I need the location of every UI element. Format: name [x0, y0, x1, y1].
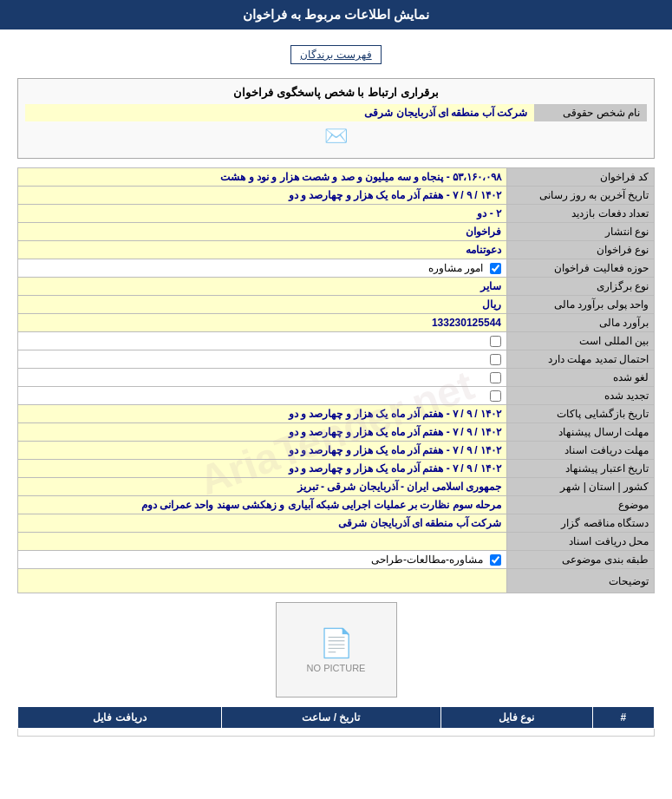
contact-title: برقراری ارتباط با شخص پاسخگوی فراخوان	[25, 86, 647, 99]
table-row: تعداد دفعات بازدید ۲ - دو	[18, 205, 655, 223]
field-label: تجدید شده	[507, 387, 655, 405]
field-label: تاریخ اعتبار پیشنهاد	[507, 460, 655, 478]
field-label: طبقه بندی موضوعی	[507, 551, 655, 569]
field-label: احتمال تمدید مهلت دارد	[507, 350, 655, 369]
table-row: مهلت دریافت اسناد ۱۴۰۲ / ۹ / ۷ - هفتم آذ…	[18, 442, 655, 460]
table-row: بین المللی است	[18, 332, 655, 350]
table-row: کشور | استان | شهر جمهوری اسلامی ایران -…	[18, 478, 655, 496]
field-value: ۲ - دو	[18, 205, 507, 223]
field-value: امور مشاوره	[18, 259, 507, 278]
checkbox-tamdid[interactable]	[490, 354, 501, 365]
field-label: توضیحات	[507, 569, 655, 593]
field-value: ۱۴۰۲ / ۹ / ۷ - هفتم آذر ماه یک هزار و چه…	[18, 187, 507, 205]
table-row-tozihaat: توضیحات	[18, 569, 655, 593]
breadcrumb-row: فهرست برندگان	[17, 38, 655, 71]
bottom-table-body	[18, 729, 655, 737]
checkbox-tajdid[interactable]	[490, 390, 501, 402]
field-value-tozihaat	[18, 569, 507, 593]
bottom-table: # نوع فایل تاریخ / ساعت دریافت فایل	[17, 706, 655, 737]
field-value: شرکت آب منطقه ای آذربایجان شرقی	[18, 514, 507, 533]
table-row: نوع انتشار فراخوان	[18, 223, 655, 241]
content-area: فهرست برندگان برقراری ارتباط با شخص پاسخ…	[0, 29, 672, 745]
field-label: تاریخ بازگشایی پاکات	[507, 405, 655, 423]
table-row: لغو شده	[18, 369, 655, 387]
empty-cell	[18, 729, 655, 737]
field-value: ۱۴۰۲ / ۹ / ۷ - هفتم آذر ماه یک هزار و چه…	[18, 423, 507, 442]
checkbox-label-tabaqe: مشاوره-مطالعات-طراحی	[371, 553, 483, 566]
breadcrumb-link[interactable]: فهرست برندگان	[290, 45, 381, 64]
col-hash: #	[592, 707, 654, 729]
col-filetype: نوع فایل	[440, 707, 592, 729]
field-label: کشور | استان | شهر	[507, 478, 655, 496]
field-label: نوع برگزاری	[507, 278, 655, 296]
contact-section: برقراری ارتباط با شخص پاسخگوی فراخوان نا…	[17, 78, 655, 159]
table-row: موضوع مرحله سوم نظارت بر عملیات اجرایی ش…	[18, 496, 655, 514]
table-row: احتمال تمدید مهلت دارد	[18, 350, 655, 369]
table-row: مهلت ارسال پیشنهاد ۱۴۰۲ / ۹ / ۷ - هفتم آ…	[18, 423, 655, 442]
table-row: نوع فراخوان دعوتنامه	[18, 241, 655, 259]
email-icon-row: ✉️	[25, 125, 647, 147]
field-value: جمهوری اسلامی ایران - آذربایجان شرقی - ت…	[18, 478, 507, 496]
field-value: مشاوره-مطالعات-طراحی	[18, 551, 507, 569]
email-icon[interactable]: ✉️	[324, 125, 348, 147]
table-row: محل دریافت اسناد	[18, 533, 655, 551]
checkbox-international[interactable]	[490, 336, 501, 347]
field-value: ۱۴۰۲ / ۹ / ۷ - هفتم آذر ماه یک هزار و چه…	[18, 460, 507, 478]
table-row: تاریخ آخرین به روز رسانی ۱۴۰۲ / ۹ / ۷ - …	[18, 187, 655, 205]
page-title: نمایش اطلاعات مربوط به فراخوان	[0, 0, 672, 29]
table-row: نوع برگزاری سایر	[18, 278, 655, 296]
field-label: نوع فراخوان	[507, 241, 655, 259]
field-value	[18, 387, 507, 405]
table-row: تاریخ اعتبار پیشنهاد ۱۴۰۲ / ۹ / ۷ - هفتم…	[18, 460, 655, 478]
field-label: حوزه فعالیت فراخوان	[507, 259, 655, 278]
table-row: تجدید شده	[18, 387, 655, 405]
field-label: تعداد دفعات بازدید	[507, 205, 655, 223]
checkbox-hoze[interactable]	[490, 263, 501, 274]
table-row: طبقه بندی موضوعی مشاوره-مطالعات-طراحی	[18, 551, 655, 569]
field-value: مرحله سوم نظارت بر عملیات اجرایی شبکه آب…	[18, 496, 507, 514]
field-label: دستگاه مناقصه گزار	[507, 514, 655, 533]
field-value: ۱۴۰۲ / ۹ / ۷ - هفتم آذر ماه یک هزار و چه…	[18, 442, 507, 460]
field-label: واحد پولی برآورد مالی	[507, 296, 655, 314]
field-label: برآورد مالی	[507, 314, 655, 332]
field-value	[18, 350, 507, 369]
field-label: محل دریافت اسناد	[507, 533, 655, 551]
no-picture-area: 📄 NO PICTURE	[17, 602, 655, 697]
field-value: فراخوان	[18, 223, 507, 241]
table-header-row: # نوع فایل تاریخ / ساعت دریافت فایل	[18, 707, 655, 729]
field-value	[18, 332, 507, 350]
table-row: کد فراخوان ۵۳،۱۶۰،۰۹۸ - پنجاه و سه میلیو…	[18, 168, 655, 187]
field-label: مهلت ارسال پیشنهاد	[507, 423, 655, 442]
field-value	[18, 369, 507, 387]
contact-row: نام شخص حقوقی شرکت آب منطقه ای آذربایجان…	[25, 104, 647, 121]
checkbox-tabaqe[interactable]	[490, 554, 501, 566]
field-value	[18, 533, 507, 551]
field-label: بین المللی است	[507, 332, 655, 350]
col-download: دریافت فایل	[18, 707, 222, 729]
contact-label: نام شخص حقوقی	[534, 104, 647, 121]
table-row: حوزه فعالیت فراخوان امور مشاوره	[18, 259, 655, 278]
field-label: نوع انتشار	[507, 223, 655, 241]
field-value: ۱۴۰۲ / ۹ / ۷ - هفتم آذر ماه یک هزار و چه…	[18, 405, 507, 423]
field-label: لغو شده	[507, 369, 655, 387]
field-value: سایر	[18, 278, 507, 296]
page-wrapper: نمایش اطلاعات مربوط به فراخوان فهرست برن…	[0, 0, 672, 799]
field-label: مهلت دریافت اسناد	[507, 442, 655, 460]
field-label: کد فراخوان	[507, 168, 655, 187]
field-value: ۵۳،۱۶۰،۰۹۸ - پنجاه و سه میلیون و صد و شص…	[18, 168, 507, 187]
col-datetime: تاریخ / ساعت	[222, 707, 440, 729]
contact-value: شرکت آب منطقه ای آذربایجان شرقی	[25, 104, 534, 121]
no-picture-icon: 📄	[319, 626, 354, 659]
checkbox-lagv[interactable]	[490, 372, 501, 383]
table-row: واحد پولی برآورد مالی ریال	[18, 296, 655, 314]
no-picture-box: 📄 NO PICTURE	[276, 602, 397, 697]
watermark-area: AriaTender.net کد فراخوان ۵۳،۱۶۰،۰۹۸ - پ…	[17, 167, 655, 697]
info-table: کد فراخوان ۵۳،۱۶۰،۰۹۸ - پنجاه و سه میلیو…	[17, 167, 655, 593]
field-label: موضوع	[507, 496, 655, 514]
field-label: تاریخ آخرین به روز رسانی	[507, 187, 655, 205]
checkbox-label: امور مشاوره	[428, 262, 483, 274]
table-row-empty	[18, 729, 655, 737]
field-value: دعوتنامه	[18, 241, 507, 259]
field-value: 133230125544	[18, 314, 507, 332]
table-row: برآورد مالی 133230125544	[18, 314, 655, 332]
